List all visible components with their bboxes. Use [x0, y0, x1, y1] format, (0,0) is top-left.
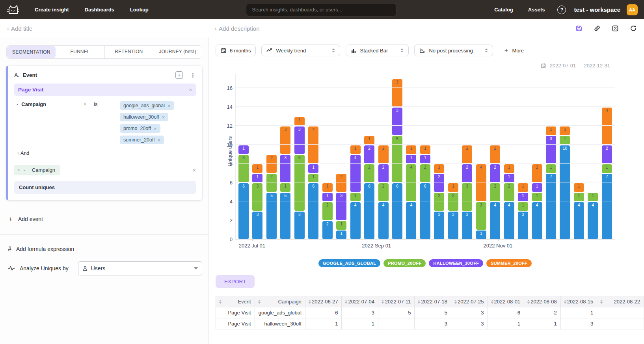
- bar-segment-halloween_30off[interactable]: 4: [350, 155, 361, 192]
- bar-segment-summer_20off[interactable]: 1: [294, 117, 305, 126]
- save-icon[interactable]: [575, 24, 583, 33]
- column-header-2022-08-01[interactable]: 2022-08-01: [488, 296, 524, 307]
- bar-segment-halloween_30off[interactable]: 1: [518, 193, 528, 201]
- bar-segment-promo_20off[interactable]: 4: [406, 164, 416, 201]
- bar-segment-summer_20off[interactable]: 4: [602, 108, 612, 145]
- event-name-row[interactable]: Page Visit: [14, 84, 196, 96]
- bar-segment-summer_20off[interactable]: 4: [476, 164, 486, 201]
- bar-2022-12-19[interactable]: 14: [588, 74, 598, 239]
- tab-retention[interactable]: RETENTION: [105, 46, 154, 58]
- bar-2022-10-31[interactable]: 2224: [490, 74, 500, 239]
- bar-segment-promo_20off[interactable]: 3: [238, 155, 249, 182]
- bar-segment-google_ads_global[interactable]: 7: [602, 174, 612, 239]
- bar-segment-promo_20off[interactable]: 1: [560, 136, 570, 145]
- column-header-2022-08-15[interactable]: 2022-08-15: [560, 296, 597, 307]
- bar-segment-summer_20off[interactable]: 1: [252, 164, 262, 173]
- column-header-2022-06-27[interactable]: 2022-06-27: [305, 296, 342, 307]
- date-range-button[interactable]: 6 months: [216, 45, 256, 56]
- bar-segment-google_ads_global[interactable]: 1: [476, 231, 486, 239]
- bar-segment-google_ads_global[interactable]: 6: [238, 183, 249, 239]
- bar-segment-promo_20off[interactable]: 2: [266, 174, 277, 192]
- bar-segment-halloween_30off[interactable]: 3: [280, 155, 290, 182]
- bar-segment-google_ads_global[interactable]: 2: [322, 221, 333, 239]
- bar-2022-10-24[interactable]: 431: [476, 74, 486, 239]
- bar-2022-12-26[interactable]: 4217: [602, 74, 612, 239]
- nav-dashboards[interactable]: Dashboards: [78, 4, 121, 16]
- bar-2022-11-28[interactable]: 1317: [546, 74, 556, 239]
- bar-2022-06-27[interactable]: 136: [238, 74, 249, 239]
- nav-assets[interactable]: Assets: [522, 4, 551, 16]
- nav-catalog[interactable]: Catalog: [488, 4, 519, 16]
- add-formula-button[interactable]: Add formula expression: [6, 245, 202, 253]
- clear-breakdown-icon[interactable]: [193, 167, 196, 173]
- bar-segment-halloween_30off[interactable]: 1: [238, 145, 249, 154]
- legend-pill-summer_20off[interactable]: SUMMER_20OFF: [486, 259, 532, 267]
- bar-segment-promo_20off[interactable]: 1: [350, 193, 361, 201]
- bar-segment-summer_20off[interactable]: 2: [336, 174, 346, 192]
- bar-segment-halloween_30off[interactable]: 2: [602, 145, 612, 164]
- bar-segment-summer_20off[interactable]: 2: [462, 145, 472, 164]
- bar-2022-11-14[interactable]: 1113: [518, 74, 528, 239]
- bar-segment-halloween_30off[interactable]: 3: [546, 136, 556, 164]
- bar-segment-summer_20off[interactable]: 1: [406, 145, 416, 154]
- bar-segment-google_ads_global[interactable]: 4: [504, 202, 514, 239]
- bar-segment-summer_20off[interactable]: 2: [532, 164, 542, 182]
- bar-segment-halloween_30off[interactable]: 2: [364, 145, 374, 164]
- export-button[interactable]: EXPORT: [216, 275, 255, 288]
- bar-segment-promo_20off[interactable]: 1: [518, 202, 528, 211]
- bar-segment-promo_20off[interactable]: 2: [378, 183, 389, 201]
- add-and-condition-button[interactable]: + And: [14, 151, 196, 156]
- bar-segment-promo_20off[interactable]: 1: [532, 193, 542, 201]
- bar-segment-summer_20off[interactable]: 3: [392, 79, 402, 107]
- bar-2022-11-21[interactable]: 2114: [532, 74, 542, 239]
- bar-segment-google_ads_global[interactable]: 10: [560, 145, 570, 239]
- bar-2022-07-18[interactable]: 3315: [280, 74, 290, 239]
- bar-segment-summer_20off[interactable]: 2: [490, 145, 500, 164]
- legend-pill-promo_20off[interactable]: PROMO_20OFF: [383, 259, 426, 267]
- bar-segment-google_ads_global[interactable]: 4: [588, 202, 598, 239]
- bar-2022-08-29[interactable]: 1226: [364, 74, 374, 239]
- remove-breakdown-icon[interactable]: [17, 168, 20, 172]
- bar-segment-google_ads_global[interactable]: 7: [546, 174, 556, 239]
- bar-2022-10-17[interactable]: 2233: [462, 74, 472, 239]
- workspace-name[interactable]: test - workspace: [574, 6, 620, 13]
- bar-2022-09-05[interactable]: 2224: [378, 74, 389, 239]
- filter-value-chip[interactable]: promo_20off: [120, 124, 160, 133]
- bar-segment-halloween_30off[interactable]: 3: [392, 108, 402, 135]
- bar-2022-12-05[interactable]: 1110: [560, 74, 570, 239]
- tab-segmentation[interactable]: SEGMENTATION: [7, 46, 56, 58]
- bar-2022-08-15[interactable]: 2311: [336, 74, 346, 239]
- trend-select[interactable]: Weekly trend: [261, 45, 340, 56]
- bar-segment-google_ads_global[interactable]: 6: [364, 183, 374, 239]
- bar-segment-promo_20off[interactable]: 1: [574, 193, 584, 201]
- bar-segment-promo_20off[interactable]: 1: [588, 193, 598, 201]
- bar-segment-summer_20off[interactable]: 1: [560, 126, 570, 135]
- bar-segment-summer_20off[interactable]: 1: [350, 145, 361, 154]
- bar-segment-summer_20off[interactable]: 1: [546, 126, 556, 135]
- bar-segment-summer_20off[interactable]: 1: [504, 164, 514, 173]
- bar-segment-google_ads_global[interactable]: 3: [252, 212, 262, 239]
- column-header-2022-07-18[interactable]: 2022-07-18: [415, 296, 451, 307]
- bar-segment-promo_20off[interactable]: 1: [280, 183, 290, 192]
- bar-segment-google_ads_global[interactable]: 3: [518, 212, 528, 239]
- bar-segment-promo_20off[interactable]: 2: [364, 164, 374, 182]
- bar-segment-google_ads_global[interactable]: 4: [532, 202, 542, 239]
- column-header-campaign[interactable]: Campaign: [255, 296, 305, 307]
- bar-2022-11-07[interactable]: 1124: [504, 74, 514, 239]
- bar-segment-promo_20off[interactable]: 2: [420, 164, 430, 182]
- avatar[interactable]: AA: [627, 4, 638, 15]
- bar-segment-promo_20off[interactable]: 5: [392, 136, 402, 182]
- bar-segment-promo_20off[interactable]: 2: [448, 193, 458, 211]
- bar-segment-halloween_30off[interactable]: 3: [294, 126, 305, 154]
- bar-2022-08-22[interactable]: 1414: [350, 74, 361, 239]
- bar-segment-summer_20off[interactable]: 1: [518, 183, 528, 192]
- bar-2022-10-10[interactable]: 123: [448, 74, 458, 239]
- bar-segment-google_ads_global[interactable]: 4: [378, 202, 389, 239]
- bar-2022-08-08[interactable]: 1122: [322, 74, 333, 239]
- bar-segment-google_ads_global[interactable]: 5: [266, 193, 277, 239]
- bar-segment-halloween_30off[interactable]: 2: [462, 164, 472, 182]
- bar-2022-07-04[interactable]: 1133: [252, 74, 262, 239]
- tab-journey-beta[interactable]: JOURNEY (beta): [153, 46, 202, 58]
- bar-2022-07-25[interactable]: 1363: [294, 74, 305, 239]
- more-button[interactable]: More: [504, 46, 524, 54]
